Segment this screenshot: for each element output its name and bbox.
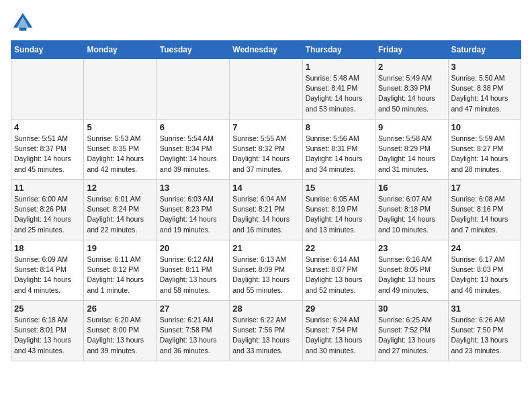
calendar-week-row: 25Sunrise: 6:18 AM Sunset: 8:01 PM Dayli… (11, 301, 521, 361)
day-number: 19 (87, 243, 153, 253)
calendar-cell: 11Sunrise: 6:00 AM Sunset: 8:26 PM Dayli… (11, 180, 84, 240)
day-info: Sunrise: 5:51 AM Sunset: 8:37 PM Dayligh… (14, 134, 81, 175)
calendar-week-row: 1Sunrise: 5:48 AM Sunset: 8:41 PM Daylig… (11, 59, 521, 120)
day-info: Sunrise: 6:21 AM Sunset: 7:58 PM Dayligh… (160, 315, 226, 356)
calendar-cell: 12Sunrise: 6:01 AM Sunset: 8:24 PM Dayli… (84, 180, 157, 240)
calendar-cell: 19Sunrise: 6:11 AM Sunset: 8:12 PM Dayli… (84, 240, 157, 301)
day-number: 17 (451, 183, 518, 193)
calendar-cell: 2Sunrise: 5:49 AM Sunset: 8:39 PM Daylig… (375, 59, 448, 120)
calendar-cell (84, 59, 157, 120)
day-number: 13 (160, 183, 226, 193)
day-info: Sunrise: 6:20 AM Sunset: 8:00 PM Dayligh… (87, 315, 153, 356)
calendar-cell: 21Sunrise: 6:13 AM Sunset: 8:09 PM Dayli… (230, 240, 302, 301)
logo-icon (11, 11, 35, 35)
day-number: 16 (378, 183, 445, 193)
day-info: Sunrise: 5:58 AM Sunset: 8:29 PM Dayligh… (378, 134, 445, 175)
day-number: 29 (306, 304, 372, 314)
calendar-cell: 29Sunrise: 6:24 AM Sunset: 7:54 PM Dayli… (302, 301, 375, 361)
calendar-cell: 6Sunrise: 5:54 AM Sunset: 8:34 PM Daylig… (157, 120, 229, 180)
calendar-cell: 16Sunrise: 6:07 AM Sunset: 8:18 PM Dayli… (375, 180, 448, 240)
day-number: 30 (378, 304, 445, 314)
calendar-cell: 3Sunrise: 5:50 AM Sunset: 8:38 PM Daylig… (448, 59, 521, 120)
day-number: 15 (306, 183, 372, 193)
calendar-cell: 28Sunrise: 6:22 AM Sunset: 7:56 PM Dayli… (230, 301, 302, 361)
calendar-cell: 15Sunrise: 6:05 AM Sunset: 8:19 PM Dayli… (302, 180, 375, 240)
day-info: Sunrise: 5:55 AM Sunset: 8:32 PM Dayligh… (232, 134, 299, 175)
day-info: Sunrise: 6:16 AM Sunset: 8:05 PM Dayligh… (378, 255, 445, 295)
day-info: Sunrise: 6:01 AM Sunset: 8:24 PM Dayligh… (87, 194, 153, 235)
calendar-week-row: 4Sunrise: 5:51 AM Sunset: 8:37 PM Daylig… (11, 120, 521, 180)
day-info: Sunrise: 5:50 AM Sunset: 8:38 PM Dayligh… (451, 73, 518, 114)
calendar-table: SundayMondayTuesdayWednesdayThursdayFrid… (11, 40, 521, 361)
day-number: 6 (160, 122, 226, 132)
day-number: 3 (451, 62, 518, 72)
calendar-cell: 24Sunrise: 6:17 AM Sunset: 8:03 PM Dayli… (448, 240, 521, 301)
day-info: Sunrise: 6:25 AM Sunset: 7:52 PM Dayligh… (378, 315, 445, 356)
weekday-header-tuesday: Tuesday (157, 41, 229, 59)
day-info: Sunrise: 5:53 AM Sunset: 8:35 PM Dayligh… (87, 134, 153, 175)
calendar-cell: 27Sunrise: 6:21 AM Sunset: 7:58 PM Dayli… (157, 301, 229, 361)
calendar-cell: 18Sunrise: 6:09 AM Sunset: 8:14 PM Dayli… (11, 240, 84, 301)
calendar-cell: 13Sunrise: 6:03 AM Sunset: 8:23 PM Dayli… (157, 180, 229, 240)
svg-rect-2 (19, 28, 27, 31)
day-info: Sunrise: 6:09 AM Sunset: 8:14 PM Dayligh… (14, 255, 81, 295)
calendar-cell: 30Sunrise: 6:25 AM Sunset: 7:52 PM Dayli… (375, 301, 448, 361)
day-number: 21 (232, 243, 299, 253)
day-number: 27 (160, 304, 226, 314)
day-number: 5 (87, 122, 153, 132)
weekday-header-thursday: Thursday (302, 41, 375, 59)
calendar-cell (157, 59, 229, 120)
day-number: 7 (232, 122, 299, 132)
calendar-cell: 5Sunrise: 5:53 AM Sunset: 8:35 PM Daylig… (84, 120, 157, 180)
day-number: 12 (87, 183, 153, 193)
day-info: Sunrise: 6:24 AM Sunset: 7:54 PM Dayligh… (306, 315, 372, 356)
day-number: 1 (306, 62, 372, 72)
calendar-cell: 4Sunrise: 5:51 AM Sunset: 8:37 PM Daylig… (11, 120, 84, 180)
weekday-header-friday: Friday (375, 41, 448, 59)
day-number: 10 (451, 122, 518, 132)
weekday-header-wednesday: Wednesday (230, 41, 302, 59)
day-info: Sunrise: 6:05 AM Sunset: 8:19 PM Dayligh… (306, 194, 372, 235)
day-info: Sunrise: 6:07 AM Sunset: 8:18 PM Dayligh… (378, 194, 445, 235)
day-number: 23 (378, 243, 445, 253)
calendar-cell: 31Sunrise: 6:26 AM Sunset: 7:50 PM Dayli… (448, 301, 521, 361)
calendar-cell: 22Sunrise: 6:14 AM Sunset: 8:07 PM Dayli… (302, 240, 375, 301)
day-number: 4 (14, 122, 81, 132)
weekday-header-row: SundayMondayTuesdayWednesdayThursdayFrid… (11, 41, 521, 59)
day-info: Sunrise: 6:18 AM Sunset: 8:01 PM Dayligh… (14, 315, 81, 356)
calendar-cell: 20Sunrise: 6:12 AM Sunset: 8:11 PM Dayli… (157, 240, 229, 301)
logo (11, 11, 39, 35)
calendar-cell: 10Sunrise: 5:59 AM Sunset: 8:27 PM Dayli… (448, 120, 521, 180)
calendar-cell: 9Sunrise: 5:58 AM Sunset: 8:29 PM Daylig… (375, 120, 448, 180)
weekday-header-saturday: Saturday (448, 41, 521, 59)
day-info: Sunrise: 5:49 AM Sunset: 8:39 PM Dayligh… (378, 73, 445, 114)
day-info: Sunrise: 6:22 AM Sunset: 7:56 PM Dayligh… (232, 315, 299, 356)
day-info: Sunrise: 6:00 AM Sunset: 8:26 PM Dayligh… (14, 194, 81, 235)
day-info: Sunrise: 6:03 AM Sunset: 8:23 PM Dayligh… (160, 194, 226, 235)
day-number: 18 (14, 243, 81, 253)
calendar-cell (230, 59, 302, 120)
day-number: 2 (378, 62, 445, 72)
day-info: Sunrise: 6:26 AM Sunset: 7:50 PM Dayligh… (451, 315, 518, 356)
day-number: 31 (451, 304, 518, 314)
day-number: 24 (451, 243, 518, 253)
day-info: Sunrise: 6:13 AM Sunset: 8:09 PM Dayligh… (232, 255, 299, 295)
day-info: Sunrise: 5:48 AM Sunset: 8:41 PM Dayligh… (306, 73, 372, 114)
calendar-cell: 8Sunrise: 5:56 AM Sunset: 8:31 PM Daylig… (302, 120, 375, 180)
calendar-cell: 7Sunrise: 5:55 AM Sunset: 8:32 PM Daylig… (230, 120, 302, 180)
day-number: 28 (232, 304, 299, 314)
calendar-cell (11, 59, 84, 120)
day-info: Sunrise: 6:17 AM Sunset: 8:03 PM Dayligh… (451, 255, 518, 295)
day-info: Sunrise: 6:04 AM Sunset: 8:21 PM Dayligh… (232, 194, 299, 235)
calendar-cell: 1Sunrise: 5:48 AM Sunset: 8:41 PM Daylig… (302, 59, 375, 120)
day-number: 9 (378, 122, 445, 132)
day-info: Sunrise: 6:11 AM Sunset: 8:12 PM Dayligh… (87, 255, 153, 295)
calendar-cell: 14Sunrise: 6:04 AM Sunset: 8:21 PM Dayli… (230, 180, 302, 240)
day-number: 14 (232, 183, 299, 193)
day-number: 20 (160, 243, 226, 253)
day-info: Sunrise: 6:08 AM Sunset: 8:16 PM Dayligh… (451, 194, 518, 235)
day-number: 25 (14, 304, 81, 314)
day-number: 8 (306, 122, 372, 132)
calendar-week-row: 18Sunrise: 6:09 AM Sunset: 8:14 PM Dayli… (11, 240, 521, 301)
calendar-cell: 26Sunrise: 6:20 AM Sunset: 8:00 PM Dayli… (84, 301, 157, 361)
